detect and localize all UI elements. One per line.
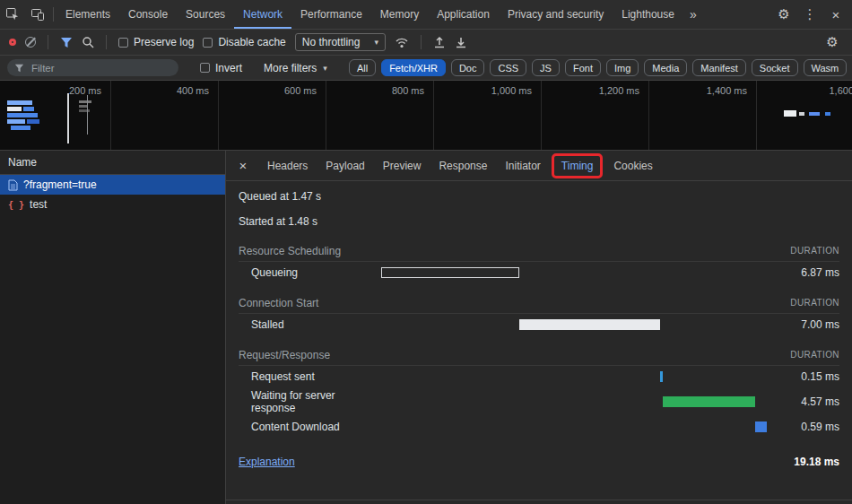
close-detail-icon[interactable]: × xyxy=(233,156,253,176)
timing-track xyxy=(381,370,767,383)
section-header: Resource Scheduling DURATION xyxy=(239,240,839,262)
tab-application[interactable]: Application xyxy=(428,0,499,29)
name-column-header[interactable]: Name xyxy=(0,151,225,175)
request-detail-panel: × Headers Payload Preview Response Initi… xyxy=(226,151,852,504)
started-at-line: Started at 1.48 s xyxy=(239,215,839,228)
timing-duration: 7.00 ms xyxy=(777,318,839,331)
request-row[interactable]: { } test xyxy=(0,195,225,214)
overflow-menu-icon[interactable]: ⋮ xyxy=(799,4,821,25)
invert-checkbox[interactable]: Invert xyxy=(200,62,242,74)
chip-img[interactable]: Img xyxy=(606,59,639,76)
section-header: Request/Response DURATION xyxy=(239,344,839,366)
activity-bar xyxy=(7,100,32,105)
filter-toggle-icon[interactable] xyxy=(60,37,73,48)
chip-js[interactable]: JS xyxy=(532,59,560,76)
timing-track xyxy=(381,318,767,331)
timing-duration: 0.59 ms xyxy=(777,421,839,433)
device-toolbar-icon[interactable] xyxy=(25,0,50,29)
timing-row: Request sent 0.15 ms xyxy=(239,366,839,387)
request-name: test xyxy=(30,198,47,211)
tab-response[interactable]: Response xyxy=(430,151,496,180)
settings-gear-icon[interactable]: ⚙ xyxy=(773,4,795,25)
chip-manifest[interactable]: Manifest xyxy=(692,59,746,76)
filter-row: Invert More filters ▾ All Fetch/XHR Doc … xyxy=(0,56,852,81)
tab-console[interactable]: Console xyxy=(119,0,177,29)
explanation-link[interactable]: Explanation xyxy=(239,456,381,468)
inspect-element-icon[interactable] xyxy=(0,0,25,29)
tab-payload[interactable]: Payload xyxy=(317,151,373,180)
checkbox-icon[interactable] xyxy=(203,38,213,48)
tab-cookies[interactable]: Cookies xyxy=(604,151,661,180)
timing-label: Stalled xyxy=(239,318,381,331)
activity-bar xyxy=(23,107,34,111)
activity-bar xyxy=(79,105,87,108)
more-filters-dropdown[interactable]: More filters ▾ xyxy=(264,62,327,74)
section-title: Request/Response xyxy=(239,349,381,361)
request-sent-bar xyxy=(660,371,663,382)
gridline xyxy=(433,81,434,150)
filter-input[interactable] xyxy=(30,62,171,74)
request-row[interactable]: ?fragment=true xyxy=(0,175,225,195)
network-overview-timeline[interactable]: 200 ms 400 ms 600 ms 800 ms 1,000 ms 1,2… xyxy=(0,81,852,151)
export-har-icon[interactable] xyxy=(455,36,467,48)
content-download-bar xyxy=(755,421,767,432)
time-label: 800 ms xyxy=(392,85,424,96)
close-devtools-icon[interactable]: × xyxy=(825,4,847,25)
disable-cache-label: Disable cache xyxy=(218,36,285,48)
funnel-icon xyxy=(14,64,24,73)
detail-tabbar: × Headers Payload Preview Response Initi… xyxy=(226,151,852,181)
gridline xyxy=(648,81,649,150)
checkbox-icon[interactable] xyxy=(200,63,210,73)
import-har-icon[interactable] xyxy=(433,36,446,48)
tab-memory[interactable]: Memory xyxy=(371,0,428,29)
duration-column-header: DURATION xyxy=(777,246,839,256)
search-icon[interactable] xyxy=(82,36,94,48)
chip-socket[interactable]: Socket xyxy=(752,59,798,76)
tab-elements[interactable]: Elements xyxy=(57,0,119,29)
chip-font[interactable]: Font xyxy=(565,59,601,76)
timing-track xyxy=(381,395,767,408)
disable-cache-checkbox[interactable]: Disable cache xyxy=(203,36,285,48)
tab-lighthouse[interactable]: Lighthouse xyxy=(613,0,683,29)
tab-performance[interactable]: Performance xyxy=(291,0,371,29)
time-label: 1,200 ms xyxy=(599,85,639,96)
throttling-select[interactable]: No throttling ▾ xyxy=(295,33,386,51)
waiting-bar xyxy=(663,396,755,407)
chip-all[interactable]: All xyxy=(349,59,376,76)
network-conditions-icon[interactable] xyxy=(395,37,409,48)
activity-bar xyxy=(79,109,90,112)
network-settings-gear-icon[interactable]: ⚙ xyxy=(822,31,843,53)
timing-tab-content: Queued at 1.47 s Started at 1.48 s Resou… xyxy=(226,181,852,500)
clear-network-log-icon[interactable] xyxy=(25,37,36,48)
record-network-log-icon[interactable] xyxy=(9,39,16,46)
chip-doc[interactable]: Doc xyxy=(451,59,485,76)
total-duration: 19.18 ms xyxy=(777,456,839,468)
preserve-log-checkbox[interactable]: Preserve log xyxy=(118,36,194,48)
timing-label: Request sent xyxy=(239,370,381,383)
chip-media[interactable]: Media xyxy=(644,59,687,76)
chip-css[interactable]: CSS xyxy=(490,59,526,76)
chip-wasm[interactable]: Wasm xyxy=(804,59,848,76)
tab-privacy-and-security[interactable]: Privacy and security xyxy=(499,0,613,29)
stalled-bar xyxy=(519,319,660,330)
section-title: Connection Start xyxy=(239,297,381,309)
invert-label: Invert xyxy=(215,62,242,74)
more-tabs-icon[interactable]: » xyxy=(683,0,703,29)
timing-label: Waiting for server response xyxy=(239,389,381,414)
tab-timing[interactable]: Timing xyxy=(554,156,601,176)
detail-bottom-border xyxy=(226,500,852,504)
filter-input-container xyxy=(7,59,178,76)
timing-duration: 6.87 ms xyxy=(777,266,839,279)
time-label: 400 ms xyxy=(177,85,209,96)
tab-initiator[interactable]: Initiator xyxy=(496,151,549,180)
tab-preview[interactable]: Preview xyxy=(374,151,430,180)
divider xyxy=(48,35,48,49)
preserve-log-label: Preserve log xyxy=(134,36,194,48)
tab-sources[interactable]: Sources xyxy=(177,0,234,29)
checkbox-icon[interactable] xyxy=(118,38,128,48)
chip-fetch-xhr[interactable]: Fetch/XHR xyxy=(381,59,446,76)
tab-network[interactable]: Network xyxy=(234,0,291,29)
requests-panel: Name ?fragment=true { } test xyxy=(0,151,226,504)
time-label: 200 ms xyxy=(69,85,101,96)
tab-headers[interactable]: Headers xyxy=(258,151,317,180)
